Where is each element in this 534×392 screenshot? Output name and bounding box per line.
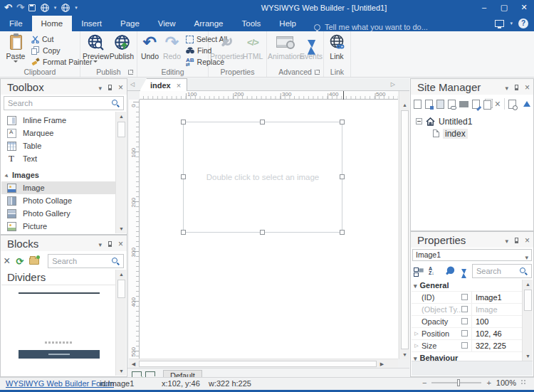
resize-handle-ne[interactable] [340,120,345,125]
preview-caret-icon[interactable]: ▾ [54,5,57,11]
toolbox-item-photo-collage[interactable]: Photo Collage [1,194,115,207]
properties-search-input[interactable] [476,265,517,277]
tab-scroll-left-icon[interactable]: ◁ [130,81,135,88]
resize-handle-w[interactable] [181,174,186,179]
divider-sample-text[interactable] [45,341,72,344]
scroll-down-icon[interactable]: ▼ [116,366,127,376]
divider-sample-bar[interactable] [19,350,100,359]
open-folder-icon[interactable] [29,258,39,265]
row-expander-icon[interactable]: ▷ [412,343,422,349]
scrollbar-thumb[interactable] [139,361,377,367]
publish-dialog-launcher-icon[interactable] [128,70,133,75]
divider-sample-line[interactable] [19,292,100,294]
section-general[interactable]: General [412,280,525,292]
row-expander-icon[interactable]: ▷ [412,331,422,337]
preview-button[interactable]: Preview [83,33,108,67]
preview-icon[interactable] [40,3,50,13]
toolbox-menu-caret-icon[interactable] [98,83,102,92]
blocks-menu-caret-icon[interactable] [98,240,102,248]
blocks-close-icon[interactable] [118,240,123,248]
tab-page[interactable]: Page [111,16,149,31]
delete-block-icon[interactable] [4,256,10,266]
scroll-down-icon[interactable]: ▼ [399,350,410,359]
display-mode-icon[interactable] [495,20,504,27]
scrollbar-thumb[interactable] [401,110,409,349]
edit-page-icon[interactable] [472,100,480,109]
undo-icon[interactable]: ↶ [4,0,12,16]
page-canvas[interactable]: Double click to select an image [140,100,398,359]
categorized-view-icon[interactable] [414,267,423,276]
property-row-id[interactable]: (ID) Image1 [412,292,525,304]
save-icon[interactable] [28,4,36,11]
events-icon[interactable] [461,269,466,274]
tab-file[interactable]: File [0,16,32,31]
tab-insert[interactable]: Insert [72,16,111,31]
zoom-slider-thumb[interactable] [457,379,460,386]
object-selector-combo[interactable]: Image1 [412,249,532,261]
events-button[interactable]: Events [300,33,323,67]
toolbox-item-table[interactable]: Table [1,139,115,152]
resize-handle-s[interactable] [260,230,265,235]
page-properties-icon[interactable] [508,100,516,109]
tree-node-index[interactable]: index [412,127,533,139]
collapse-icon[interactable] [416,118,422,125]
toolbox-search-input[interactable] [8,97,109,109]
page-template-icon[interactable] [436,100,444,109]
resize-handle-n[interactable] [260,120,265,125]
tab-view[interactable]: View [149,16,185,31]
resize-grip[interactable] [521,380,527,386]
site-manager-menu-caret-icon[interactable] [505,83,508,92]
scroll-down-icon[interactable]: ▼ [523,351,533,361]
property-row-size[interactable]: ▷ Size 322, 225 [412,340,525,352]
blocks-section-dividers[interactable]: Dividers [1,270,115,285]
forum-link[interactable]: WYSIWYG Web Builder Forum [6,379,114,388]
toolbox-scrollbar[interactable]: ▲ ▼ [115,112,126,233]
site-manager-pin-icon[interactable] [515,85,518,90]
zoom-out-icon[interactable] [422,378,426,387]
scroll-up-icon[interactable]: ▲ [116,270,127,279]
blocks-search-input[interactable] [52,255,109,267]
canvas-vscrollbar[interactable]: ▲ ▼ [399,91,409,359]
scrollbar-thumb[interactable] [524,290,532,311]
toolbox-item-inline-frame[interactable]: Inline Frame [1,114,115,127]
site-manager-close-icon[interactable] [525,83,530,92]
qat-customize-caret-icon[interactable]: ▾ [75,5,78,11]
minimize-button[interactable]: – [474,0,494,16]
properties-close-icon[interactable] [525,236,530,245]
tab-scroll-right-icon[interactable]: ▷ [391,81,395,88]
undo-button[interactable]: ↶ Undo [139,33,161,67]
tab-tools[interactable]: Tools [232,16,270,31]
tell-me-box[interactable]: Tell me what you want to do... [314,23,428,31]
paste-button[interactable]: Paste [3,33,28,67]
toolbox-item-image[interactable]: Image [1,181,115,194]
resize-handle-nw[interactable] [181,120,186,125]
publish-icon[interactable] [61,3,70,13]
new-page-icon[interactable] [414,100,422,109]
blocks-scrollbar[interactable]: ▲ ▼ [115,270,126,376]
link-page-icon[interactable] [448,100,456,109]
link-button[interactable]: Link [325,33,349,67]
redo-button[interactable]: ↷ Redo [161,33,183,67]
find-button[interactable]: Find [186,45,211,56]
image-object-selected[interactable]: Double click to select an image [183,122,342,233]
scroll-up-icon[interactable]: ▲ [399,100,410,110]
animations-button[interactable]: Animations [268,33,301,67]
redo-icon[interactable]: ↷ [16,0,24,16]
new-folder-icon[interactable] [459,101,468,107]
resize-handle-sw[interactable] [181,230,186,235]
display-mode-caret-icon[interactable]: ▾ [510,21,513,26]
properties-pin-icon[interactable] [515,238,518,243]
toolbox-pin-icon[interactable] [108,85,112,90]
sort-alphabetical-icon[interactable] [429,267,437,275]
tab-home[interactable]: Home [32,16,73,31]
blocks-pin-icon[interactable] [108,241,112,247]
tools-icon[interactable] [444,266,454,276]
document-tab-index[interactable]: index [140,78,187,91]
resize-handle-e[interactable] [340,174,345,179]
toolbox-item-picture[interactable]: Picture [1,220,115,233]
zoom-slider[interactable] [431,382,481,383]
search-icon[interactable] [111,258,120,266]
property-row-object-type[interactable]: (Object Ty... Image [412,304,525,316]
resize-handle-se[interactable] [340,230,345,235]
search-icon[interactable] [519,267,528,276]
